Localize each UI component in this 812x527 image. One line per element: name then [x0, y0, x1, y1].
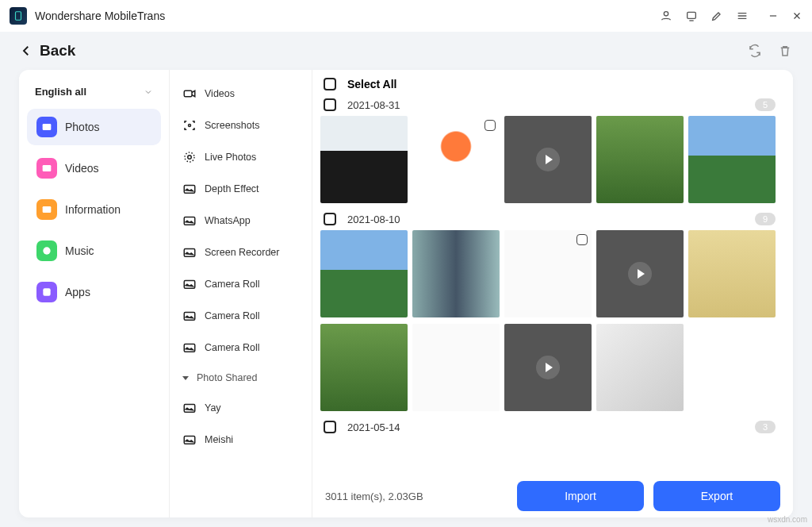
delete-icon[interactable] — [777, 43, 793, 59]
date-label: 2021-08-31 — [347, 99, 400, 111]
image-icon — [182, 277, 197, 291]
footer-bar: 3011 item(s), 2.03GB Import Export — [312, 475, 793, 517]
photo-thumbnail[interactable] — [596, 324, 684, 411]
live-photo-icon — [182, 150, 197, 164]
album-whatsapp[interactable]: WhatsApp — [174, 205, 307, 237]
album-meishi[interactable]: Meishi — [174, 424, 307, 456]
date-group-header: 2021-08-31 5 — [312, 94, 793, 114]
image-icon — [182, 433, 197, 447]
album-camera-roll[interactable]: Camera Roll — [174, 332, 307, 364]
select-all-checkbox[interactable] — [324, 78, 336, 90]
export-button[interactable]: Export — [653, 481, 780, 511]
album-yay[interactable]: Yay — [174, 392, 307, 424]
select-all-label: Select All — [347, 78, 397, 90]
main-panel: English all Photos Videos Information Mu… — [19, 70, 793, 517]
photo-grid-area: Select All 2021-08-31 5 2021-08-10 9 — [312, 70, 793, 517]
edit-icon[interactable] — [710, 10, 723, 22]
thumb-checkbox[interactable] — [576, 234, 588, 245]
category-apps[interactable]: Apps — [27, 274, 161, 310]
svg-rect-12 — [184, 186, 195, 194]
svg-rect-7 — [43, 288, 50, 295]
svg-rect-18 — [184, 405, 195, 413]
photo-thumbnail[interactable] — [688, 230, 776, 317]
play-icon — [536, 148, 560, 171]
account-icon[interactable] — [660, 10, 672, 22]
image-icon — [182, 245, 197, 260]
album-videos[interactable]: Videos — [174, 78, 307, 110]
category-label: Information — [65, 203, 121, 216]
album-screenshots[interactable]: Screenshots — [174, 110, 307, 141]
photo-thumbnail[interactable] — [412, 230, 500, 317]
import-button[interactable]: Import — [517, 481, 644, 511]
svg-rect-2 — [688, 12, 696, 18]
play-icon — [628, 262, 652, 286]
photo-thumbnail[interactable] — [320, 230, 408, 317]
category-information[interactable]: Information — [27, 191, 161, 228]
video-thumbnail[interactable] — [504, 116, 592, 203]
svg-rect-0 — [16, 12, 21, 21]
music-icon — [36, 240, 57, 261]
svg-rect-13 — [184, 217, 195, 225]
minimize-button[interactable] — [768, 10, 779, 21]
language-selector[interactable]: English all — [27, 81, 161, 109]
photo-thumbnail[interactable] — [412, 116, 500, 203]
select-all-row: Select All — [312, 70, 793, 94]
photo-thumbnail[interactable] — [320, 116, 408, 203]
svg-point-1 — [664, 12, 668, 16]
group-count: 3 — [755, 421, 776, 433]
photo-thumbnail[interactable] — [320, 324, 408, 411]
category-photos[interactable]: Photos — [27, 109, 161, 145]
titlebar: Wondershare MobileTrans — [0, 0, 812, 32]
app-logo — [10, 7, 27, 25]
group-checkbox[interactable] — [324, 98, 336, 111]
svg-rect-14 — [184, 249, 195, 257]
group-count: 5 — [755, 98, 776, 111]
menu-icon[interactable] — [736, 10, 749, 22]
svg-rect-15 — [184, 281, 195, 289]
information-icon — [36, 199, 57, 220]
feedback-icon[interactable] — [685, 10, 698, 22]
album-camera-roll[interactable]: Camera Roll — [174, 268, 307, 300]
album-depth-effect[interactable]: Depth Effect — [174, 173, 307, 205]
svg-rect-5 — [43, 206, 52, 213]
play-icon — [536, 356, 560, 379]
close-button[interactable] — [791, 10, 802, 21]
date-group-header: 2021-05-14 3 — [312, 416, 793, 437]
category-label: Photos — [65, 121, 100, 133]
video-icon — [182, 87, 197, 101]
category-label: Apps — [65, 286, 90, 298]
svg-point-6 — [43, 247, 50, 254]
app-title: Wondershare MobileTrans — [35, 10, 660, 22]
category-videos[interactable]: Videos — [27, 150, 161, 187]
album-camera-roll[interactable]: Camera Roll — [174, 300, 307, 332]
back-bar: Back — [0, 32, 812, 70]
back-label: Back — [40, 42, 75, 60]
photo-thumbnail[interactable] — [596, 116, 684, 203]
chevron-down-icon — [144, 87, 153, 97]
photo-thumbnail[interactable] — [412, 324, 500, 411]
svg-rect-4 — [43, 165, 52, 171]
group-checkbox[interactable] — [324, 213, 336, 225]
image-icon — [182, 340, 197, 355]
category-label: Music — [65, 244, 94, 257]
back-button[interactable]: Back — [19, 42, 75, 60]
screenshot-icon — [182, 118, 197, 133]
image-icon — [182, 213, 197, 228]
photo-thumbnail[interactable] — [688, 116, 776, 203]
category-sidebar: English all Photos Videos Information Mu… — [19, 70, 170, 517]
photo-thumbnail[interactable] — [504, 230, 592, 317]
album-live-photos[interactable]: Live Photos — [174, 141, 307, 173]
album-screen-recorder[interactable]: Screen Recorder — [174, 237, 307, 268]
svg-point-10 — [188, 156, 192, 160]
group-checkbox[interactable] — [324, 421, 336, 433]
video-thumbnail[interactable] — [504, 324, 592, 411]
video-thumbnail[interactable] — [596, 230, 684, 317]
refresh-icon[interactable] — [747, 43, 763, 59]
shared-header[interactable]: Photo Shared — [174, 364, 307, 392]
videos-icon — [36, 158, 57, 179]
album-sidebar: Videos Screenshots Live Photos Depth Eff… — [170, 70, 312, 517]
category-music[interactable]: Music — [27, 233, 161, 269]
thumb-checkbox[interactable] — [485, 120, 496, 131]
svg-rect-3 — [43, 124, 52, 130]
group-count: 9 — [755, 213, 776, 225]
